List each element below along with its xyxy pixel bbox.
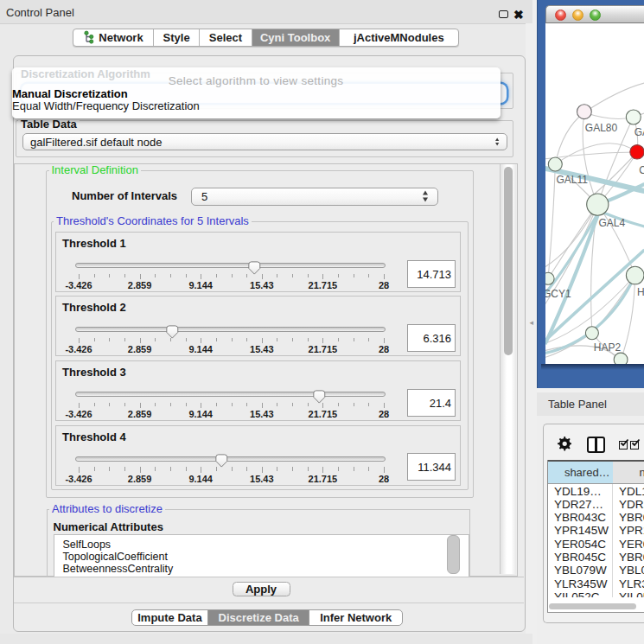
svg-text:HAP2: HAP2 [593, 341, 621, 354]
svg-text:HIS: HIS [637, 286, 644, 298]
svg-text:GAL4: GAL4 [598, 217, 625, 229]
svg-text:GAL80: GAL80 [584, 122, 617, 134]
svg-text:GAL1: GAL1 [634, 126, 644, 138]
svg-text:CD: CD [639, 164, 644, 176]
svg-text:GCY1: GCY1 [545, 288, 571, 300]
svg-text:GAL11: GAL11 [556, 174, 588, 186]
